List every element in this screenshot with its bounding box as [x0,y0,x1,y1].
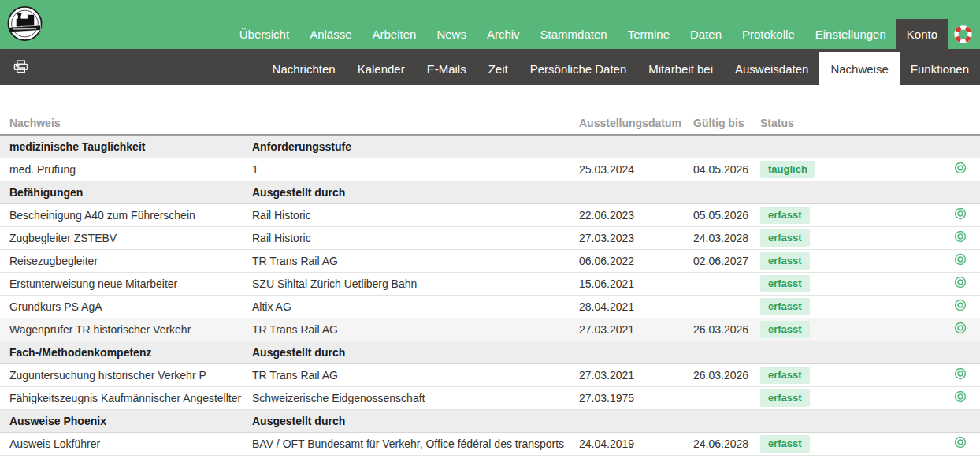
topnav-item-archiv[interactable]: Archiv [477,19,530,49]
view-details-icon[interactable] [954,436,967,451]
topnav-item-anlässe[interactable]: Anlässe [299,19,362,49]
subnav-tab-nachweise[interactable]: Nachweise [819,52,899,85]
cell-actions [902,249,980,272]
cell-actions [902,386,980,409]
subnav-tab-nachrichten[interactable]: Nachrichten [262,52,347,85]
view-details-icon[interactable] [954,390,967,405]
subnav-tab-e-mails[interactable]: E-Mails [416,52,477,85]
cell-valid-until: 02.06.2027 [693,249,760,272]
subnav-tab-ausweisdaten[interactable]: Ausweisdaten [724,52,819,85]
cell-issuer: TR Trans Rail AG [252,363,579,386]
group-col2-header: Anforderungsstufe [252,135,579,158]
table-row[interactable]: Zugbegleiter ZSTEBVRail Historic27.03.20… [0,226,980,249]
cell-nachweis: Ausweis Lokführer [0,432,252,455]
col-header-gueltig-bis: Gültig bis [693,112,760,135]
topnav-item-protokolle[interactable]: Protokolle [732,19,805,49]
cell-status: erfasst [760,272,902,295]
cell-actions [902,295,980,318]
view-details-icon[interactable] [954,299,967,314]
cell-issuer: Schweizerische Eidgenossenschaft [252,386,579,409]
cell-nachweis: med. Prüfung [0,158,252,181]
table-row[interactable]: med. Prüfung125.03.202404.05.2026tauglic… [0,158,980,181]
group-empty [902,341,980,363]
cell-status: erfasst [760,318,902,341]
status-badge: erfasst [760,367,810,384]
cell-nachweis: Zugbegleiter ZSTEBV [0,226,252,249]
cell-actions [902,363,980,386]
subnav-tab-zeit[interactable]: Zeit [477,52,519,85]
group-empty [579,135,693,158]
topnav-item-konto[interactable]: Konto [896,19,948,49]
view-details-icon[interactable] [954,322,967,337]
status-badge: tauglich [760,161,815,178]
table-row[interactable]: Erstunterweisung neue MitarbeiterSZU Sih… [0,272,980,295]
view-details-icon[interactable] [954,207,967,222]
cell-status: erfasst [760,363,902,386]
cell-status: erfasst [760,249,902,272]
group-empty [760,135,902,158]
status-badge: erfasst [760,252,810,270]
col-header-blank [252,112,579,135]
table-row[interactable]: Zuguntersuchung historischer Verkehr PTR… [0,363,980,386]
cell-actions [902,272,980,295]
topnav-item-einstellungen[interactable]: Einstellungen [805,19,896,49]
group-empty [693,181,760,203]
status-badge: erfasst [760,389,810,407]
status-badge: erfasst [760,321,810,338]
group-empty [760,181,902,203]
cell-actions [902,158,980,181]
table-row[interactable]: Ausweis LokführerBAV / OFT Bundesamt für… [0,432,980,455]
subnav-tab-funktionen[interactable]: Funktionen [900,52,980,85]
cell-nachweis: Zuguntersuchung historischer Verkehr P [0,363,252,386]
subnav-tab-persönliche-daten[interactable]: Persönliche Daten [519,52,638,85]
group-empty [902,135,980,158]
cell-nachweis: Grundkurs PS AgA [0,295,252,318]
subnav-tab-mitarbeit-bei[interactable]: Mitarbeit bei [637,52,724,85]
col-header-status: Status [760,112,902,135]
table-row[interactable]: Bescheinigung A40 zum FührerscheinRail H… [0,203,980,226]
col-header-actions [902,112,980,135]
cell-issuer: Rail Historic [252,203,579,226]
group-col2-header: Ausgestellt durch [252,409,579,432]
cell-nachweis: Wagenprüfer TR historischer Verkehr [0,318,252,341]
subnav-tab-kalender[interactable]: Kalender [347,52,416,85]
help-lifebuoy-icon[interactable] [948,19,980,49]
top-navigation-bar: ÜbersichtAnlässeArbeitenNewsArchivStammd… [0,0,980,49]
topnav-item-daten[interactable]: Daten [680,19,732,49]
cell-nachweis: Reisezugbegleiter [0,249,252,272]
cell-status: erfasst [760,226,902,249]
cell-issue-date: 25.03.2024 [579,158,693,181]
cell-actions [902,318,980,341]
cell-issue-date: 22.06.2023 [579,203,693,226]
group-empty [579,181,693,203]
account-sub-navigation: NachrichtenKalenderE-MailsZeitPersönlich… [0,49,980,85]
table-row[interactable]: Wagenprüfer TR historischer VerkehrTR Tr… [0,318,980,341]
cell-valid-until [693,272,760,295]
topnav-item-news[interactable]: News [426,19,477,49]
table-row[interactable]: Fähigkeitszeugnis Kaufmännischer Angeste… [0,386,980,409]
view-details-icon[interactable] [954,230,967,245]
view-details-icon[interactable] [954,367,967,382]
cell-issue-date: 24.04.2019 [579,432,693,455]
col-header-ausstellungsdatum: Ausstellungsdatum [579,112,693,135]
topnav-item-übersicht[interactable]: Übersicht [229,19,299,49]
group-empty [693,341,760,363]
table-row[interactable]: ReisezugbegleiterTR Trans Rail AG06.06.2… [0,249,980,272]
cell-issuer: Rail Historic [252,226,579,249]
col-header-nachweis: Nachweis [0,112,252,135]
view-details-icon[interactable] [954,253,967,268]
view-details-icon[interactable] [954,162,967,177]
cell-status: tauglich [760,158,902,181]
topnav-item-stammdaten[interactable]: Stammdaten [530,19,618,49]
table-row[interactable]: Grundkurs PS AgAAltix AG28.04.2021erfass… [0,295,980,318]
cell-valid-until: 04.05.2026 [693,158,760,181]
group-title: Ausweise Phoenix [0,409,252,432]
view-details-icon[interactable] [954,276,967,291]
group-empty [579,409,693,432]
cell-issue-date: 06.06.2022 [579,249,693,272]
topnav-item-arbeiten[interactable]: Arbeiten [362,19,427,49]
status-badge: erfasst [760,435,810,453]
print-button[interactable] [13,60,28,76]
cell-issuer: TR Trans Rail AG [252,249,579,272]
topnav-item-termine[interactable]: Termine [618,19,680,49]
